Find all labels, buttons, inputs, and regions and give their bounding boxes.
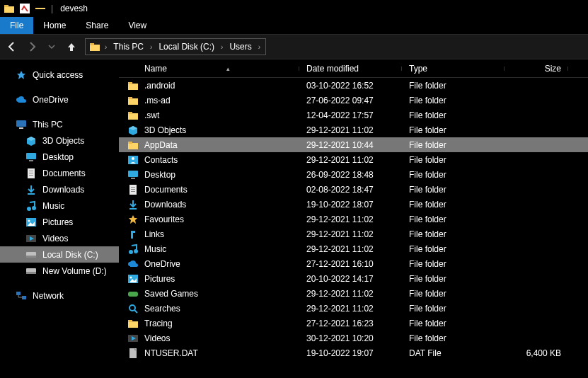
- file-type: File folder: [402, 140, 505, 150]
- sidebar-item[interactable]: New Volume (D:): [0, 263, 119, 279]
- tab-file[interactable]: File: [0, 17, 33, 34]
- breadcrumb-drive[interactable]: Local Disk (C:): [154, 39, 219, 55]
- breadcrumb-users[interactable]: Users: [225, 39, 255, 55]
- up-icon[interactable]: [65, 40, 78, 53]
- table-row[interactable]: AppData29-12-2021 10:44File folder: [119, 137, 588, 152]
- tab-view[interactable]: View: [118, 17, 156, 34]
- table-row[interactable]: .android03-10-2022 16:52File folder: [119, 78, 588, 93]
- svg-rect-30: [128, 113, 138, 120]
- file-date: 19-10-2022 19:07: [299, 348, 402, 358]
- table-row[interactable]: Links29-12-2021 11:02File folder: [119, 227, 588, 241]
- sidebar-item[interactable]: Local Disk (C:): [0, 246, 119, 263]
- cloud-icon: [127, 258, 139, 270]
- column-header-type[interactable]: Type: [402, 64, 505, 74]
- table-row[interactable]: Pictures20-10-2022 14:17File folder: [119, 271, 588, 286]
- sidebar-item[interactable]: Pictures: [0, 214, 119, 230]
- breadcrumb-this-pc[interactable]: This PC: [109, 39, 148, 55]
- sidebar-item-label: Documents: [42, 168, 86, 178]
- tab-share[interactable]: Share: [76, 17, 118, 34]
- file-type: File folder: [402, 96, 505, 105]
- pictures-icon: [25, 217, 37, 228]
- sidebar-item[interactable]: Desktop: [0, 149, 119, 165]
- svg-rect-9: [29, 160, 33, 161]
- tab-home[interactable]: Home: [33, 17, 76, 34]
- svg-point-46: [130, 276, 132, 278]
- file-type: File folder: [402, 185, 505, 195]
- sidebar-item-label: OneDrive: [33, 95, 69, 105]
- doc-icon: [127, 184, 139, 195]
- dropdown-icon[interactable]: [34, 2, 47, 15]
- svg-point-16: [32, 206, 36, 210]
- folder-icon: [127, 318, 139, 329]
- sidebar-item-label: This PC: [33, 120, 63, 130]
- file-type: File folder: [402, 289, 505, 299]
- svg-rect-27: [128, 82, 132, 84]
- svg-point-44: [134, 249, 138, 253]
- table-row[interactable]: Videos30-12-2021 10:20File folder: [119, 331, 588, 345]
- table-row[interactable]: Favourites29-12-2021 11:02File folder: [119, 212, 588, 227]
- recent-dropdown-icon[interactable]: [45, 40, 58, 53]
- sidebar-item-label: Desktop: [42, 152, 74, 162]
- sidebar-item[interactable]: Downloads: [0, 181, 119, 197]
- cloud-icon: [16, 94, 27, 105]
- ribbon-tabs: File Home Share View: [0, 17, 588, 34]
- file-size: 6,400 KB: [505, 348, 568, 358]
- desktop-icon: [127, 169, 139, 181]
- file-name: .android: [144, 81, 175, 91]
- file-type: File folder: [402, 333, 505, 343]
- svg-rect-29: [128, 97, 132, 99]
- sidebar-item-this-pc[interactable]: This PC: [0, 116, 119, 132]
- table-row[interactable]: Saved Games29-12-2021 11:02File folder: [119, 286, 588, 301]
- table-row[interactable]: Contacts29-12-2021 11:02File folder: [119, 152, 588, 167]
- sidebar-item-quick-access[interactable]: Quick access: [0, 67, 119, 83]
- svg-rect-24: [16, 292, 21, 295]
- table-row[interactable]: 3D Objects29-12-2021 11:02File folder: [119, 122, 588, 137]
- file-name: Links: [144, 229, 164, 239]
- svg-rect-3: [35, 8, 45, 9]
- svg-point-48: [129, 305, 135, 311]
- table-row[interactable]: .ms-ad27-06-2022 09:47File folder: [119, 93, 588, 108]
- column-header-date[interactable]: Date modified: [299, 64, 402, 74]
- chevron-right-icon[interactable]: ›: [148, 43, 154, 51]
- table-row[interactable]: Searches29-12-2021 11:02File folder: [119, 301, 588, 316]
- table-row[interactable]: Downloads19-10-2022 18:07File folder: [119, 197, 588, 212]
- title-bar: | devesh: [0, 0, 588, 17]
- chevron-right-icon[interactable]: ›: [219, 43, 225, 51]
- sidebar-item-label: 3D Objects: [42, 136, 84, 146]
- table-row[interactable]: .swt12-04-2022 17:57File folder: [119, 108, 588, 122]
- chevron-right-icon[interactable]: ›: [256, 43, 263, 51]
- table-row[interactable]: Desktop26-09-2022 18:48File folder: [119, 167, 588, 182]
- file-type: File folder: [402, 170, 505, 180]
- table-row[interactable]: Music29-12-2021 11:02File folder: [119, 241, 588, 256]
- sidebar-item-onedrive[interactable]: OneDrive: [0, 91, 119, 108]
- sidebar-item-label: Pictures: [42, 217, 73, 227]
- table-row[interactable]: Tracing27-12-2021 16:23File folder: [119, 316, 588, 331]
- folder-icon: [127, 80, 139, 91]
- back-icon[interactable]: [6, 40, 18, 53]
- file-type: File folder: [402, 110, 505, 120]
- sidebar-item[interactable]: Videos: [0, 230, 119, 246]
- sidebar-item-network[interactable]: Network: [0, 287, 119, 304]
- svg-rect-39: [131, 187, 135, 188]
- sidebar-item[interactable]: 3D Objects: [0, 132, 119, 149]
- file-list: Name ▴ Date modified Type Size .android0…: [119, 59, 588, 378]
- svg-rect-40: [131, 189, 135, 190]
- sidebar-item[interactable]: Music: [0, 197, 119, 214]
- file-name: OneDrive: [144, 259, 180, 269]
- svg-rect-7: [19, 127, 23, 129]
- table-row[interactable]: NTUSER.DAT19-10-2022 19:07DAT File6,400 …: [119, 345, 588, 360]
- column-header-name[interactable]: Name ▴: [119, 64, 299, 74]
- chevron-right-icon[interactable]: ›: [103, 43, 109, 51]
- svg-rect-11: [29, 171, 33, 171]
- search-icon: [127, 303, 139, 314]
- sidebar-item[interactable]: Documents: [0, 165, 119, 181]
- forward-icon[interactable]: [25, 40, 38, 53]
- column-header-size[interactable]: Size: [505, 64, 568, 74]
- svg-rect-32: [128, 143, 138, 149]
- file-name: Contacts: [144, 155, 178, 165]
- file-name: Pictures: [144, 274, 175, 284]
- table-row[interactable]: OneDrive27-12-2021 16:10File folder: [119, 256, 588, 271]
- address-bar[interactable]: › This PC › Local Disk (C:) › Users ›: [85, 38, 266, 55]
- table-row[interactable]: Documents02-08-2022 18:47File folder: [119, 182, 588, 197]
- download-icon: [127, 199, 139, 210]
